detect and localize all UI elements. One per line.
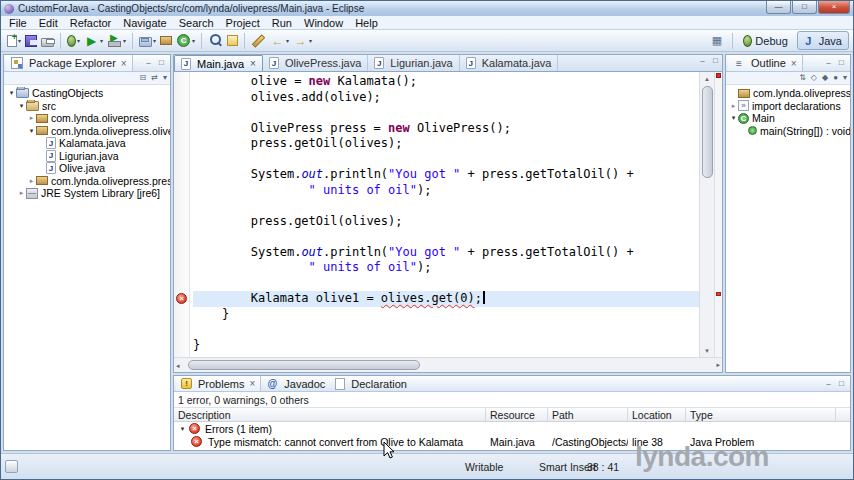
expander-icon[interactable]: ▾ bbox=[178, 425, 187, 433]
new-wizard-button[interactable]: ▾ bbox=[6, 34, 22, 48]
code-line[interactable]: " units of oil"); bbox=[193, 260, 699, 276]
tab-javadoc[interactable]: @Javadoc bbox=[261, 376, 330, 391]
code-line[interactable]: System.out.println("You got " + press.ge… bbox=[193, 245, 699, 261]
debug-button[interactable]: ▾ bbox=[66, 34, 81, 48]
hide-non-public-icon[interactable]: ● bbox=[833, 72, 838, 84]
menu-run[interactable]: Run bbox=[266, 16, 298, 30]
tree-item-olive-java[interactable]: JOlive.java bbox=[4, 162, 170, 175]
expander-icon[interactable]: ▾ bbox=[27, 127, 36, 135]
code-line[interactable]: } bbox=[193, 338, 699, 354]
maximize-view-icon[interactable]: □ bbox=[835, 378, 848, 390]
debug-perspective-button[interactable]: Debug bbox=[739, 33, 794, 49]
overview-ruler[interactable] bbox=[714, 72, 722, 357]
view-menu-icon[interactable]: ▾ bbox=[843, 72, 847, 84]
column-header-type[interactable]: Type bbox=[686, 408, 836, 421]
code-line[interactable] bbox=[193, 276, 699, 292]
problems-group-row[interactable]: ▾×Errors (1 item) bbox=[174, 422, 850, 435]
sort-icon[interactable]: ⇅ bbox=[799, 72, 806, 84]
scroll-down-icon[interactable]: ▾ bbox=[700, 344, 714, 357]
outline-tab[interactable]: ≡ Outline × bbox=[728, 55, 803, 71]
tree-item-castingobjects[interactable]: ▾CastingObjects bbox=[4, 87, 170, 100]
code-area[interactable]: olive = new Kalamata(); olives.add(olive… bbox=[190, 72, 699, 357]
column-header-path[interactable]: Path bbox=[548, 408, 628, 421]
minimize-button[interactable]: — bbox=[766, 1, 791, 14]
code-line[interactable] bbox=[193, 198, 699, 214]
minimize-view-icon[interactable]: – bbox=[822, 378, 835, 390]
minimize-editor-icon[interactable]: – bbox=[696, 55, 709, 67]
dropdown-arrow-icon[interactable]: ▾ bbox=[77, 37, 80, 44]
hide-static-members-icon[interactable]: ◆ bbox=[822, 72, 828, 84]
tree-item-com-lynda-olivepress[interactable]: ▸com.lynda.olivepress bbox=[4, 112, 170, 125]
code-line[interactable] bbox=[193, 152, 699, 168]
code-line[interactable] bbox=[193, 105, 699, 121]
menu-file[interactable]: File bbox=[3, 16, 33, 30]
vertical-scroll-thumb[interactable] bbox=[702, 86, 713, 178]
code-line[interactable]: } bbox=[193, 307, 699, 323]
column-header-resource[interactable]: Resource bbox=[486, 408, 548, 421]
dropdown-arrow-icon[interactable]: ▾ bbox=[192, 37, 195, 44]
expander-icon[interactable]: ▾ bbox=[729, 114, 738, 122]
expander-icon[interactable]: ▸ bbox=[27, 114, 36, 122]
code-line[interactable]: Kalamata olive1 = olives.get(0); bbox=[193, 291, 699, 307]
editor-tab-ligurian-java[interactable]: JLigurian.java bbox=[368, 55, 459, 71]
menu-navigate[interactable]: Navigate bbox=[117, 16, 172, 30]
column-header-description[interactable]: Description bbox=[174, 408, 486, 421]
error-marker-icon[interactable]: × bbox=[176, 293, 187, 304]
editor-tab-olivepress-java[interactable]: JOlivePress.java bbox=[263, 55, 368, 71]
scroll-up-icon[interactable]: ▴ bbox=[700, 72, 714, 85]
maximize-view-icon[interactable]: □ bbox=[155, 57, 168, 69]
external-tools-button[interactable]: ▾ bbox=[106, 32, 127, 49]
close-button[interactable]: × bbox=[818, 1, 850, 14]
expander-icon[interactable]: ▸ bbox=[729, 102, 738, 110]
column-header-location[interactable]: Location bbox=[628, 408, 686, 421]
back-button[interactable]: ▾ bbox=[269, 32, 290, 49]
code-line[interactable] bbox=[193, 229, 699, 245]
dropdown-arrow-icon[interactable]: ▾ bbox=[100, 37, 103, 44]
code-line[interactable]: olive = new Kalamata(); bbox=[193, 74, 699, 90]
close-view-icon[interactable]: × bbox=[121, 58, 127, 69]
close-tab-icon[interactable]: × bbox=[249, 378, 255, 389]
expander-icon[interactable]: ▸ bbox=[27, 177, 36, 185]
code-line[interactable]: " units of oil"); bbox=[193, 183, 699, 199]
close-view-icon[interactable]: × bbox=[791, 58, 797, 69]
close-tab-icon[interactable]: × bbox=[250, 58, 256, 69]
menu-window[interactable]: Window bbox=[298, 16, 349, 30]
dropdown-arrow-icon[interactable]: ▾ bbox=[18, 37, 21, 44]
code-line[interactable]: press.getOil(olives); bbox=[193, 136, 699, 152]
code-line[interactable]: olives.add(olive); bbox=[193, 90, 699, 106]
maximize-button[interactable]: □ bbox=[792, 1, 817, 14]
run-button[interactable]: ▾ bbox=[83, 32, 104, 49]
expander-icon[interactable]: ▸ bbox=[17, 189, 26, 197]
expander-icon[interactable]: ▾ bbox=[7, 89, 16, 97]
tab-problems[interactable]: !Problems× bbox=[176, 376, 261, 391]
tree-item-com-lynda-olivepress-press[interactable]: ▸com.lynda.olivepress.press bbox=[4, 175, 170, 188]
menu-help[interactable]: Help bbox=[349, 16, 384, 30]
maximize-editor-icon[interactable]: □ bbox=[709, 55, 722, 67]
expander-icon[interactable]: ▾ bbox=[17, 102, 26, 110]
tree-item-com-lynda-olivepress[interactable]: com.lynda.olivepress bbox=[726, 87, 850, 100]
collapse-all-icon[interactable]: ⊟ bbox=[140, 72, 147, 84]
save-button[interactable] bbox=[24, 34, 38, 48]
java-perspective-button[interactable]: Java bbox=[797, 31, 849, 50]
code-line[interactable]: System.out.println("You got " + press.ge… bbox=[193, 167, 699, 183]
dropdown-arrow-icon[interactable]: ▾ bbox=[309, 37, 312, 44]
editor-vertical-scrollbar[interactable]: ▴ ▾ bbox=[699, 72, 714, 357]
code-line[interactable]: OlivePress press = new OlivePress(); bbox=[193, 121, 699, 137]
tree-item-src[interactable]: ▾src bbox=[4, 100, 170, 113]
externalize-strings-button[interactable] bbox=[226, 34, 239, 47]
new-package-button[interactable] bbox=[159, 35, 173, 46]
package-explorer-tab[interactable]: Package Explorer × bbox=[6, 55, 133, 71]
scroll-right-icon[interactable]: ▸ bbox=[716, 358, 720, 371]
menu-search[interactable]: Search bbox=[173, 16, 220, 30]
last-edit-location-button[interactable] bbox=[250, 32, 267, 49]
print-button[interactable] bbox=[40, 34, 55, 48]
new-class-button[interactable]: ▾ bbox=[175, 32, 196, 49]
editor-tab-kalamata-java[interactable]: JKalamata.java bbox=[460, 55, 559, 71]
editor-tab-main-java[interactable]: JMain.java× bbox=[174, 55, 263, 71]
search-button[interactable] bbox=[207, 32, 224, 49]
menu-project[interactable]: Project bbox=[220, 16, 266, 30]
horizontal-scroll-thumb[interactable] bbox=[188, 360, 420, 370]
minimize-view-icon[interactable]: – bbox=[822, 57, 835, 69]
tree-item-ligurian-java[interactable]: JLigurian.java bbox=[4, 150, 170, 163]
code-line[interactable]: press.getOil(olives); bbox=[193, 214, 699, 230]
